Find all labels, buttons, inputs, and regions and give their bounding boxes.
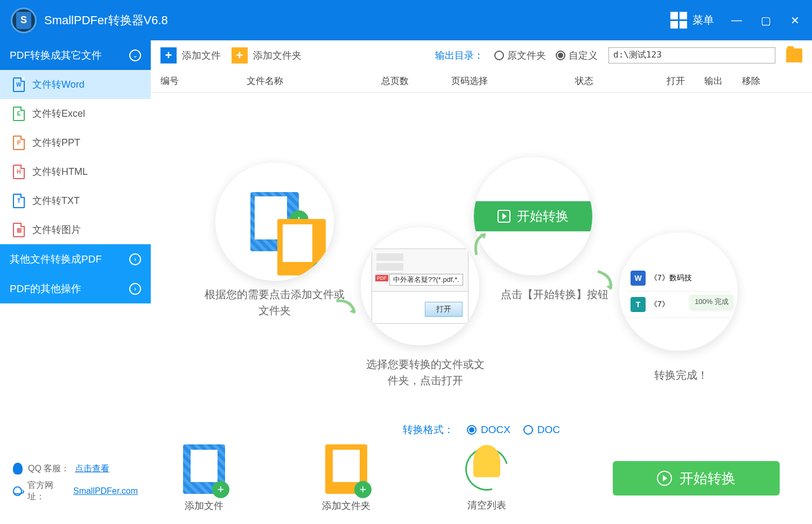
menu-grid-icon [670,12,687,29]
close-button[interactable]: ✕ [788,14,801,27]
plus-icon: + [160,47,177,63]
guide-step3-circle: 开始转换 [474,157,592,275]
col-open: 打开 [667,75,704,87]
radio-icon [523,425,533,435]
radio-checked-icon [467,425,477,435]
add-folder-button[interactable]: + 添加文件夹 [232,47,302,63]
radio-doc[interactable]: DOC [523,424,560,436]
sidebar-item-txt[interactable]: T 文件转TXT [0,186,151,215]
radio-icon [494,51,504,60]
qq-icon [13,463,23,475]
col-page-range: 页码选择 [451,75,575,87]
guide-step1-circle: + + [215,162,334,281]
action-clear-list[interactable]: 清空列表 [467,445,506,512]
col-remove: 移除 [742,75,774,87]
table-header: 编号 文件名称 总页数 页码选择 状态 打开 输出 移除 [151,70,812,93]
start-convert-button[interactable]: 开始转换 [613,461,780,495]
title-bar: S SmallPDFer转换器V6.8 菜单 — ▢ ✕ [0,0,812,40]
content-area: + 添加文件 + 添加文件夹 输出目录： 原文件夹 自定义 [151,40,812,524]
sidebar-item-ppt[interactable]: P 文件转PPT [0,128,151,157]
add-file-button[interactable]: + 添加文件 [160,47,221,63]
guide-text-step4: 转换完成！ [641,367,722,383]
sidebar-section-pdf-other-ops[interactable]: PDF的其他操作 › [0,274,151,303]
sidebar-item-excel[interactable]: E 文件转Excel [0,99,151,128]
col-filename: 文件名称 [247,75,381,87]
qq-support-link[interactable]: 点击查看 [75,463,109,475]
plus-icon: + [232,47,248,63]
format-label: 转换格式： [403,423,454,437]
word-file-icon: W [13,77,25,92]
html-file-icon: H [13,165,25,179]
chevron-right-icon: › [129,253,141,265]
app-title: SmallPDFer转换器V6.8 [44,12,670,29]
sidebar-item-image[interactable]: ▨ 文件转图片 [0,215,151,244]
app-logo-icon: S [11,8,37,33]
radio-checked-icon [556,51,565,60]
radio-custom-folder[interactable]: 自定义 [556,49,598,62]
chevron-right-icon: › [129,283,141,295]
ppt-file-icon: P [13,136,25,150]
guide-step4-circle: W《7》数码技 T《7》 100% 完成 [619,232,738,351]
image-file-icon: ▨ [13,223,25,237]
bottom-action-bar: + 添加文件 + 添加文件夹 清空列表 开始转换 [151,443,812,524]
browse-folder-button[interactable] [786,48,802,62]
col-number: 编号 [160,75,247,87]
sidebar: PDF转换成其它文件 ⌄ W 文件转Word E 文件转Excel P 文件转P… [0,40,151,524]
output-dir-label: 输出目录： [435,49,484,62]
browser-icon [13,486,22,496]
toolbar: + 添加文件 + 添加文件夹 输出目录： 原文件夹 自定义 [151,40,812,70]
broom-icon [468,445,506,493]
col-total-pages: 总页数 [381,75,451,87]
maximize-button[interactable]: ▢ [759,14,772,27]
radio-docx[interactable]: DOCX [467,424,510,436]
format-row: 转换格式： DOCX DOC [151,416,812,443]
play-icon [657,471,672,486]
sidebar-item-html[interactable]: H 文件转HTML [0,157,151,186]
guide-text-step2: 选择您要转换的文件或文件夹，点击打开 [366,356,485,388]
guide-text-step1: 根据您的需要点击添加文件或文件夹 [205,286,345,318]
sidebar-section-pdf-to-other[interactable]: PDF转换成其它文件 ⌄ [0,40,151,70]
txt-file-icon: T [13,194,25,208]
sidebar-section-other-to-pdf[interactable]: 其他文件转换成PDF › [0,244,151,274]
col-status: 状态 [575,75,667,87]
sidebar-footer: QQ 客服： 点击查看 官方网址： SmallPDFer.com [0,453,151,524]
excel-file-icon: E [13,107,25,121]
add-file-icon: + [183,444,225,494]
action-add-file[interactable]: + 添加文件 [183,444,225,512]
sidebar-item-word[interactable]: W 文件转Word [0,70,151,99]
add-folder-icon: + [325,444,367,494]
action-add-folder[interactable]: + 添加文件夹 [322,444,370,512]
guide-illustration: + + PDF 中外著名疑??(*.pdf,*. 打开 开始转换 W《7》数码技 [151,93,812,416]
col-output: 输出 [704,75,742,87]
menu-button[interactable]: 菜单 [670,12,714,29]
minimize-button[interactable]: — [730,14,743,27]
chevron-down-icon: ⌄ [129,49,141,61]
radio-original-folder[interactable]: 原文件夹 [494,49,546,62]
official-site-link[interactable]: SmallPDFer.com [73,486,138,496]
output-path-input[interactable] [608,47,775,63]
menu-label: 菜单 [692,13,714,27]
